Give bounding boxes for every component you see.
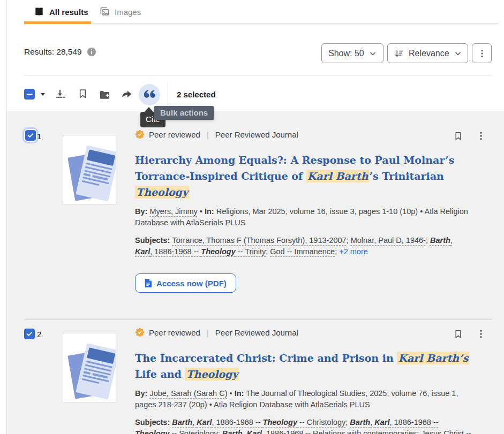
inline-link[interactable]: , 1886-1968 -- bbox=[212, 418, 262, 427]
journal-type-label: Peer Reviewed Journal bbox=[215, 130, 298, 139]
text-segment: ; bbox=[347, 236, 351, 245]
result-divider bbox=[24, 319, 492, 320]
results-controls: Show: 50 Relevance bbox=[0, 43, 492, 63]
kebab-menu-icon[interactable] bbox=[476, 329, 486, 339]
inline-link[interactable]: Karl bbox=[247, 429, 262, 434]
inline-link[interactable]: Theology bbox=[135, 429, 169, 434]
result-1-checkbox[interactable] bbox=[24, 129, 37, 142]
share-icon[interactable] bbox=[121, 88, 133, 101]
search-results-page: All results Images Results: 28,549 Show:… bbox=[0, 0, 504, 434]
text-segment: Theology bbox=[135, 186, 189, 199]
images-icon bbox=[99, 6, 110, 17]
badge-separator: | bbox=[207, 328, 209, 337]
book-icon bbox=[34, 6, 44, 17]
text-segment: The Incarcerated Christ: Crime and Priso… bbox=[135, 352, 397, 364]
more-options-button[interactable] bbox=[472, 43, 492, 63]
add-to-folder-icon[interactable] bbox=[99, 89, 111, 101]
text-segment: Subjects: bbox=[135, 236, 172, 245]
journal-type-label: Peer Reviewed Journal bbox=[215, 328, 298, 337]
inline-link[interactable]: Karl bbox=[135, 247, 150, 256]
inline-link[interactable]: , 1886-1968 -- bbox=[150, 247, 201, 256]
header-divider bbox=[24, 75, 492, 75]
peer-reviewed-seal-icon bbox=[135, 130, 145, 139]
badge-row: Peer reviewed | Peer Reviewed Journal bbox=[135, 130, 471, 139]
document-front-illustration bbox=[76, 343, 116, 400]
result-subjects: Subjects: Barth, Karl, 1886-1968 -- Theo… bbox=[135, 417, 471, 434]
selected-count-label: 2 selected bbox=[177, 90, 216, 99]
peer-reviewed-label: Peer reviewed bbox=[149, 328, 200, 337]
sort-dropdown[interactable]: Relevance bbox=[387, 43, 468, 63]
result-title-link[interactable]: The Incarcerated Christ: Crime and Priso… bbox=[135, 350, 471, 382]
inline-link[interactable]: Karl bbox=[374, 418, 389, 427]
inline-link[interactable]: Torrance, Thomas F (Thomas Forsyth), 191… bbox=[172, 236, 346, 245]
inline-link[interactable]: Theology bbox=[201, 247, 235, 256]
text-segment: In: bbox=[235, 389, 244, 398]
inline-link[interactable]: Molnar, Paul D, 1946- bbox=[351, 236, 426, 245]
checkbox-focus-ring bbox=[24, 129, 37, 142]
result-2-checkbox[interactable] bbox=[24, 329, 35, 339]
peer-reviewed-seal-icon bbox=[135, 328, 145, 337]
bookmark-icon[interactable] bbox=[77, 88, 88, 100]
inline-link[interactable]: God -- Immanence bbox=[270, 247, 335, 256]
inline-link[interactable]: , bbox=[243, 429, 247, 434]
indeterminate-checkbox-icon bbox=[24, 89, 35, 100]
inline-link[interactable]: Theology bbox=[263, 418, 297, 427]
result-byline: By: Jobe, Sarah (Sarah C) • In: The Jour… bbox=[135, 388, 471, 410]
result-title-link[interactable]: Hierarchy Among Equals?: A Response to P… bbox=[135, 152, 471, 200]
bookmark-icon[interactable] bbox=[453, 329, 463, 340]
show-per-page-dropdown[interactable]: Show: 50 bbox=[321, 43, 383, 63]
download-icon[interactable] bbox=[54, 88, 66, 100]
kebab-menu-icon bbox=[477, 49, 487, 58]
document-front-illustration bbox=[76, 145, 116, 202]
active-tab-indicator bbox=[24, 21, 91, 24]
tab-images[interactable]: Images bbox=[99, 0, 141, 24]
text-segment: ; bbox=[335, 247, 339, 256]
chevron-down-icon bbox=[454, 50, 462, 57]
inline-link[interactable]: Barth bbox=[222, 429, 243, 434]
inline-link[interactable]: Jobe, Sarah (Sarah C) bbox=[149, 389, 227, 398]
tab-images-label: Images bbox=[115, 7, 141, 17]
sort-label: Relevance bbox=[409, 49, 449, 58]
tab-all-results[interactable]: All results bbox=[34, 0, 88, 24]
results-tabbar: All results Images bbox=[24, 0, 499, 24]
result-content: Peer reviewed | Peer Reviewed Journal Hi… bbox=[135, 130, 471, 293]
result-thumbnail[interactable] bbox=[63, 135, 116, 204]
result-content: Peer reviewed | Peer Reviewed Journal Th… bbox=[135, 328, 471, 434]
inline-link[interactable]: , 1886-1968 -- bbox=[390, 418, 439, 427]
chevron-down-icon bbox=[369, 50, 377, 57]
inline-link[interactable]: , bbox=[450, 236, 453, 245]
tabbar-underline bbox=[24, 23, 499, 24]
bulk-actions-tooltip: Bulk actions bbox=[154, 106, 214, 120]
pdf-file-icon bbox=[145, 279, 152, 287]
text-segment: By: bbox=[135, 389, 149, 398]
inline-link[interactable]: Barth bbox=[350, 418, 370, 427]
result-number: 1 bbox=[37, 132, 41, 141]
bulk-actions-tooltip-label: Bulk actions bbox=[160, 108, 208, 117]
badge-row: Peer reviewed | Peer Reviewed Journal bbox=[135, 328, 471, 337]
text-segment: Karl Barth’s bbox=[397, 352, 469, 364]
text-segment: Life and bbox=[135, 368, 185, 380]
kebab-menu-icon[interactable] bbox=[476, 131, 486, 141]
inline-link[interactable]: Myers, Jimmy bbox=[149, 207, 197, 216]
checked-checkbox-icon bbox=[25, 130, 36, 141]
inline-link[interactable]: -- Christology bbox=[297, 418, 345, 427]
result-thumbnail[interactable] bbox=[63, 333, 116, 402]
inline-link[interactable]: Barth bbox=[430, 236, 450, 245]
access-now-pdf-button[interactable]: Access now (PDF) bbox=[135, 273, 236, 293]
show-per-page-label: Show: 50 bbox=[328, 49, 364, 58]
text-segment: • bbox=[198, 207, 205, 216]
inline-link[interactable]: Barth bbox=[172, 418, 192, 427]
inline-link[interactable]: -- Trinity bbox=[236, 247, 266, 256]
select-dropdown-caret[interactable] bbox=[41, 93, 45, 96]
tab-all-results-label: All results bbox=[49, 7, 88, 17]
inline-link[interactable]: -- Soteriology bbox=[169, 429, 217, 434]
select-all-checkbox[interactable] bbox=[24, 89, 35, 100]
inline-link[interactable]: +2 more bbox=[339, 247, 368, 256]
text-segment: In: bbox=[205, 207, 214, 216]
inline-link[interactable]: Karl bbox=[197, 418, 212, 427]
bookmark-icon[interactable] bbox=[453, 131, 463, 142]
text-segment: ; bbox=[426, 236, 430, 245]
inline-link[interactable]: , 1886-1968 -- Relations with contempora… bbox=[262, 429, 417, 434]
bulk-toolbar: 2 selected bbox=[0, 81, 504, 107]
cite-button[interactable] bbox=[139, 84, 160, 105]
